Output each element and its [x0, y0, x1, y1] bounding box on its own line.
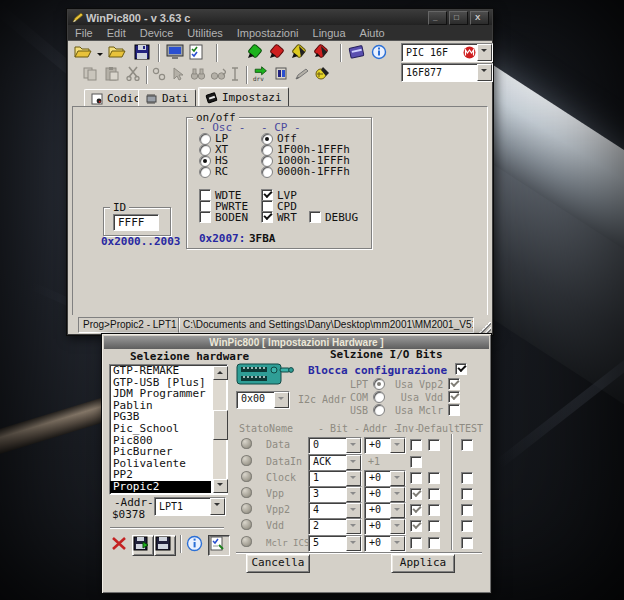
inv-checkbox[interactable] — [410, 456, 422, 468]
device-check-button[interactable] — [188, 44, 208, 62]
apply-button[interactable]: Applica — [391, 554, 455, 573]
default-checkbox[interactable] — [428, 488, 440, 500]
fuse-wrt-checkbox[interactable] — [261, 211, 273, 223]
notify-config-button[interactable] — [314, 66, 334, 84]
lock-config-checkbox[interactable] — [455, 363, 467, 375]
bit-combo[interactable]: 1 — [308, 470, 362, 487]
test-checkbox[interactable] — [461, 472, 473, 484]
inv-checkbox[interactable] — [410, 520, 422, 532]
port-lpt-radio[interactable] — [373, 378, 385, 390]
list-item[interactable]: PG3B — [110, 411, 227, 423]
dropdown-arrow[interactable] — [346, 455, 361, 470]
list-item[interactable]: Pablin — [110, 400, 227, 412]
cut-button[interactable] — [126, 66, 146, 84]
dropdown-arrow[interactable] — [274, 392, 289, 408]
inv-checkbox[interactable] — [410, 504, 422, 516]
dropdown-arrow[interactable] — [477, 44, 492, 61]
find-next-button[interactable] — [210, 66, 230, 84]
bit-combo[interactable]: 0 — [308, 437, 362, 454]
scroll-up-button[interactable] — [213, 366, 228, 380]
bit-combo[interactable]: 4 — [308, 502, 362, 519]
verify-all-button[interactable] — [290, 44, 310, 62]
use-vpp2-checkbox[interactable] — [448, 378, 460, 390]
program-all-button[interactable] — [246, 44, 266, 62]
maximize-button[interactable]: □ — [449, 11, 468, 25]
dropdown-arrow[interactable] — [346, 487, 361, 502]
minimize-button[interactable]: _ — [428, 11, 447, 25]
menu-utilities[interactable]: Utilities — [180, 27, 229, 39]
menu-device[interactable]: Device — [133, 27, 181, 39]
inv-checkbox[interactable] — [410, 472, 422, 484]
copy-button[interactable] — [82, 66, 102, 84]
addr-combo[interactable]: +0 — [364, 437, 406, 454]
driver-button[interactable]: drv — [252, 66, 272, 84]
fuse-debug-checkbox[interactable] — [309, 211, 321, 223]
bit-combo[interactable]: ACK — [308, 454, 362, 471]
port-com-radio[interactable] — [373, 391, 385, 403]
tab-impostazi[interactable]: Impostazi — [198, 87, 289, 108]
dropdown-arrow[interactable] — [346, 519, 361, 534]
bit-combo[interactable]: 3 — [308, 486, 362, 503]
dropdown-arrow[interactable] — [390, 503, 405, 518]
dropdown-arrow[interactable] — [390, 519, 405, 534]
menu-lingua[interactable]: Lingua — [306, 27, 353, 39]
test-checkbox[interactable] — [461, 488, 473, 500]
paste-button[interactable] — [104, 66, 124, 84]
chart-button[interactable] — [274, 66, 294, 84]
bit-combo[interactable]: 5 — [308, 535, 362, 552]
use-mclr-checkbox[interactable] — [448, 404, 460, 416]
inv-checkbox[interactable] — [410, 439, 422, 451]
resize-grip[interactable] — [479, 321, 491, 333]
select-button[interactable] — [172, 66, 192, 84]
device-family-combo[interactable]: PIC 16F — [401, 43, 493, 62]
i2c-addr-combo[interactable]: 0x00 — [236, 391, 290, 409]
dropdown-arrow[interactable] — [390, 438, 405, 453]
info-button[interactable] — [371, 44, 391, 62]
dropdown-arrow[interactable] — [346, 438, 361, 453]
edit-button[interactable] — [294, 66, 314, 84]
list-item[interactable]: GTP-USB [Plus] — [110, 377, 227, 389]
inv-checkbox[interactable] — [410, 537, 422, 549]
reopen-hex-button[interactable] — [108, 44, 128, 62]
inv-checkbox[interactable] — [410, 488, 422, 500]
read-all-button[interactable] — [268, 44, 288, 62]
addr-combo[interactable]: +0 — [364, 518, 406, 535]
cancel-button[interactable]: Cancella — [246, 554, 310, 573]
test-checkbox[interactable] — [461, 504, 473, 516]
addr-combo[interactable]: +0 — [364, 486, 406, 503]
test-checkbox[interactable] — [461, 537, 473, 549]
test-checkbox[interactable] — [461, 520, 473, 532]
cp-radio-0000[interactable] — [261, 166, 273, 178]
addr-combo[interactable]: +0 — [364, 470, 406, 487]
id-input[interactable]: FFFF — [113, 214, 159, 231]
hardware-settings-button[interactable] — [166, 44, 186, 62]
scroll-thumb[interactable] — [213, 410, 228, 440]
dropdown-arrow[interactable] — [346, 503, 361, 518]
list-item[interactable]: GTP-REMAKE — [110, 365, 227, 377]
help-book-button[interactable] — [348, 44, 368, 62]
menu-file[interactable]: File — [68, 27, 100, 39]
default-checkbox[interactable] — [428, 439, 440, 451]
dropdown-arrow[interactable] — [390, 487, 405, 502]
test-checkbox[interactable] — [461, 439, 473, 451]
close-button[interactable]: X — [470, 11, 489, 25]
find-button[interactable] — [190, 66, 210, 84]
menu-aiuto[interactable]: Aiuto — [353, 27, 392, 39]
fuse-boden-checkbox[interactable] — [199, 211, 211, 223]
save-hex-button[interactable] — [134, 44, 154, 62]
default-checkbox[interactable] — [428, 520, 440, 532]
menu-impostazioni[interactable]: Impostazioni — [230, 27, 306, 39]
use-vdd-checkbox[interactable] — [448, 391, 460, 403]
erase-all-button[interactable] — [312, 44, 332, 62]
bit-combo[interactable]: 2 — [308, 518, 362, 535]
open-hex-button[interactable] — [74, 44, 94, 62]
default-checkbox[interactable] — [428, 472, 440, 484]
device-model-combo[interactable]: 16F877 — [401, 63, 493, 82]
list-item[interactable]: Pic_School — [110, 423, 227, 435]
dropdown-arrow[interactable] — [477, 64, 492, 81]
osc-radio-rc[interactable] — [199, 166, 211, 178]
default-checkbox[interactable] — [428, 537, 440, 549]
menu-edit[interactable]: Edit — [100, 27, 133, 39]
title-bar[interactable]: WinPic800 - v 3.63 c _ □ X — [68, 10, 492, 25]
dropdown-arrow[interactable] — [346, 536, 361, 551]
